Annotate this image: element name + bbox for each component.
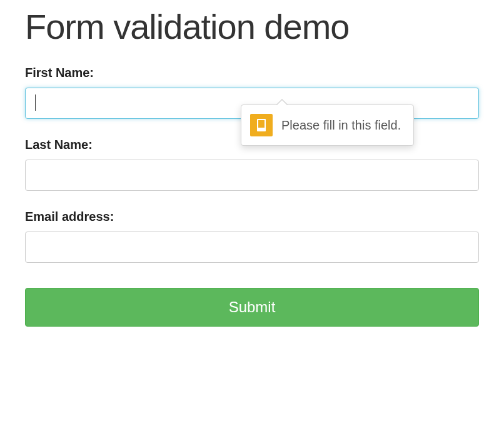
page-title: Form validation demo xyxy=(25,6,479,47)
warning-icon xyxy=(250,114,273,136)
submit-button[interactable]: Submit xyxy=(25,288,479,327)
validation-message: Please fill in this field. xyxy=(281,118,401,133)
text-cursor xyxy=(35,94,36,111)
validation-form: First Name: Please fill in this field. L… xyxy=(25,66,479,327)
validation-tooltip: Please fill in this field. xyxy=(241,104,414,146)
form-group-email: Email address: xyxy=(25,210,479,263)
last-name-input[interactable] xyxy=(25,160,479,191)
first-name-label: First Name: xyxy=(25,66,479,80)
email-label: Email address: xyxy=(25,210,479,224)
email-input[interactable] xyxy=(25,232,479,263)
form-group-first-name: First Name: Please fill in this field. xyxy=(25,66,479,119)
